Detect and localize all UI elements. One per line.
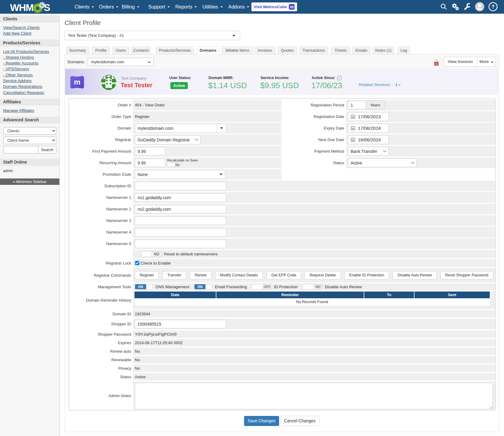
svg-text:x: x bbox=[436, 62, 437, 65]
svg-text:?: ? bbox=[492, 4, 495, 10]
svg-text:i: i bbox=[339, 77, 340, 80]
svg-text:m: m bbox=[74, 78, 80, 86]
